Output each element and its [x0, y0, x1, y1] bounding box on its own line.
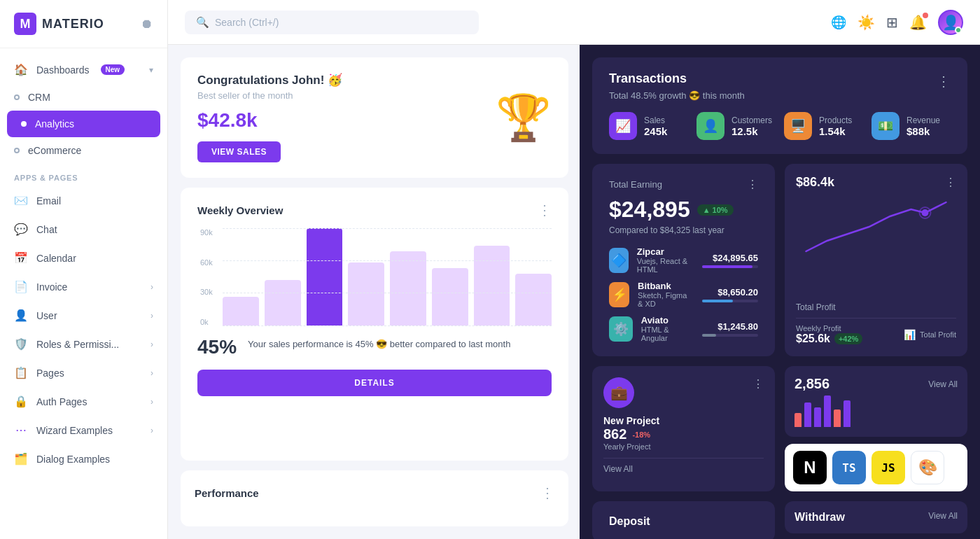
weekly-overview-card: Weekly Overview ⋮ 90k 60k 30k 0k: [181, 188, 568, 461]
sidebar-item-chat[interactable]: 💬 Chat: [0, 215, 167, 244]
main-area: 🔍 Search (Ctrl+/) 🌐 ☀️ ⊞ 🔔 👤 Congratulat: [168, 0, 980, 539]
avatar[interactable]: 👤: [938, 10, 963, 35]
performance-title: Performance: [195, 487, 259, 499]
earning-item-aviato: ⚙️ Aviato HTML & Angular $1,245.80: [609, 315, 758, 342]
dot-icon: [14, 94, 20, 100]
bar-chart-icon[interactable]: 📊: [904, 329, 916, 340]
stat-view-all[interactable]: View All: [928, 379, 958, 389]
sidebar-item-dialog[interactable]: 🗂️ Dialog Examples: [0, 444, 167, 473]
view-sales-button[interactable]: VIEW SALES: [197, 141, 281, 162]
dot-icon-active: [21, 121, 27, 127]
details-button[interactable]: DETAILS: [197, 370, 552, 396]
customers-value: 12.5k: [732, 125, 772, 137]
performance-card: Performance ⋮: [181, 470, 568, 526]
total-earning-card: Total Earning ⋮ $24,895 ▲ 10% Compared t…: [592, 164, 775, 356]
analytics-label: Analytics: [35, 118, 74, 130]
new-project-icon: 💼: [603, 377, 634, 408]
weekly-percent: 45%: [197, 336, 237, 358]
trophy-icon: 🏆: [496, 92, 552, 144]
sales-value: 245k: [644, 125, 667, 137]
new-project-value: 862 -18%: [603, 426, 764, 442]
sidebar-item-calendar[interactable]: 📅 Calendar: [0, 244, 167, 272]
congrats-title: Congratulations John! 🥳: [197, 73, 342, 88]
notification-icon[interactable]: 🔔: [909, 14, 927, 31]
weekly-description: Your sales performance is 45% 😎 better c…: [248, 339, 510, 349]
earning-growth-badge: ▲ 10%: [697, 204, 734, 216]
products-label: Products: [819, 115, 852, 125]
stat-2856-card: 2,856 View All: [785, 366, 967, 437]
topbar-right: 🌐 ☀️ ⊞ 🔔 👤: [831, 10, 963, 35]
grid-line: [223, 260, 552, 261]
mini-bar: [804, 402, 811, 427]
grid-line: [223, 228, 552, 229]
withdraw-title: Withdraw: [794, 511, 845, 524]
sidebar-item-analytics[interactable]: Analytics: [7, 111, 160, 137]
customers-label: Customers: [732, 115, 772, 125]
javascript-logo: JS: [872, 451, 905, 484]
chevron-right-icon: ›: [150, 397, 153, 407]
revenue-icon-wrap: 💵: [872, 112, 899, 140]
sidebar-nav: 🏠 Dashboards New ▾ CRM Analytics eCommer…: [0, 48, 167, 539]
view-all-link[interactable]: View All: [603, 464, 764, 474]
congrats-amount: $42.8k: [197, 109, 342, 132]
total-earning-title: Total Earning: [609, 179, 662, 190]
earning-item-zipcar: 🔷 Zipcar Vuejs, React & HTML $24,895.65: [609, 246, 758, 274]
weekly-profit-label: Weekly Profit: [796, 324, 862, 332]
transactions-menu-icon[interactable]: ⋮: [937, 73, 951, 90]
total-profit-right-label: Total Profit: [920, 330, 956, 339]
sidebar-item-dashboards[interactable]: 🏠 Dashboards New ▾: [0, 55, 167, 84]
new-project-menu-icon[interactable]: ⋮: [752, 377, 764, 391]
sidebar: M MATERIO ⏺ 🏠 Dashboards New ▾ CRM Analy…: [0, 0, 168, 539]
profit-chart-card: $86.4k ⋮: [785, 164, 967, 356]
sidebar-item-auth[interactable]: 🔒 Auth Pages ›: [0, 387, 167, 416]
mini-bar: [844, 400, 850, 427]
zipcar-icon: 🔷: [609, 248, 629, 273]
transactions-grid: 📈 Sales 245k 👤 Customers 12.5k: [609, 112, 951, 140]
dashboards-label: Dashboards: [36, 64, 90, 76]
search-box[interactable]: 🔍 Search (Ctrl+/): [185, 10, 479, 34]
chevron-down-icon: ▾: [149, 65, 153, 75]
dot-icon-ecommerce: [14, 148, 20, 153]
trans-item-products: 🖥️ Products 1.54k: [784, 112, 863, 140]
chevron-right-icon: ›: [150, 340, 153, 349]
sidebar-item-wizard[interactable]: ⋯ Wizard Examples ›: [0, 416, 167, 444]
performance-menu-icon[interactable]: ⋮: [540, 484, 554, 501]
main-grid: Congratulations John! 🥳 Best seller of t…: [168, 45, 980, 539]
sidebar-item-pages[interactable]: 📋 Pages ›: [0, 358, 167, 387]
earning-menu-icon[interactable]: ⋮: [747, 178, 758, 191]
logo-icon: M: [14, 13, 36, 35]
apps-pages-label: APPS & PAGES: [0, 164, 167, 186]
sidebar-item-crm[interactable]: CRM: [0, 84, 167, 111]
sidebar-item-invoice[interactable]: 📄 Invoice ›: [0, 272, 167, 301]
record-icon[interactable]: ⏺: [141, 17, 153, 31]
theme-icon[interactable]: ☀️: [858, 14, 875, 31]
aviato-icon: ⚙️: [609, 316, 633, 342]
sidebar-item-user[interactable]: 👤 User ›: [0, 301, 167, 330]
roles-label: Roles & Permissi...: [36, 339, 119, 350]
translate-icon[interactable]: 🌐: [831, 15, 846, 30]
grid-icon[interactable]: ⊞: [886, 14, 898, 31]
weekly-profit-change: +42%: [834, 333, 862, 344]
pages-label: Pages: [36, 368, 64, 379]
sidebar-item-ecommerce[interactable]: eCommerce: [0, 137, 167, 164]
dialog-label: Dialog Examples: [36, 454, 110, 465]
earning-amount: $24,895 ▲ 10%: [609, 197, 758, 223]
sidebar-item-roles[interactable]: 🛡️ Roles & Permissi... ›: [0, 330, 167, 358]
chevron-right-icon: ›: [150, 311, 153, 321]
calendar-icon: 📅: [14, 251, 28, 265]
invoice-icon: 📄: [14, 280, 28, 293]
performance-header: Performance ⋮: [195, 484, 554, 501]
wizard-label: Wizard Examples: [36, 425, 113, 436]
mini-bar: [824, 396, 831, 427]
search-placeholder: Search (Ctrl+/): [215, 17, 279, 28]
chat-icon: 💬: [14, 223, 28, 236]
right-column: Transactions ⋮ Total 48.5% growth 😎 this…: [580, 45, 980, 539]
crm-label: CRM: [28, 92, 50, 103]
new-project-change: -18%: [632, 430, 650, 439]
congrats-card: Congratulations John! 🥳 Best seller of t…: [181, 57, 568, 178]
email-label: Email: [36, 195, 61, 206]
sidebar-item-email[interactable]: ✉️ Email: [0, 186, 167, 215]
profit-menu-icon[interactable]: ⋮: [945, 176, 956, 189]
weekly-menu-icon[interactable]: ⋮: [538, 202, 552, 218]
withdraw-view-all[interactable]: View All: [928, 511, 958, 524]
